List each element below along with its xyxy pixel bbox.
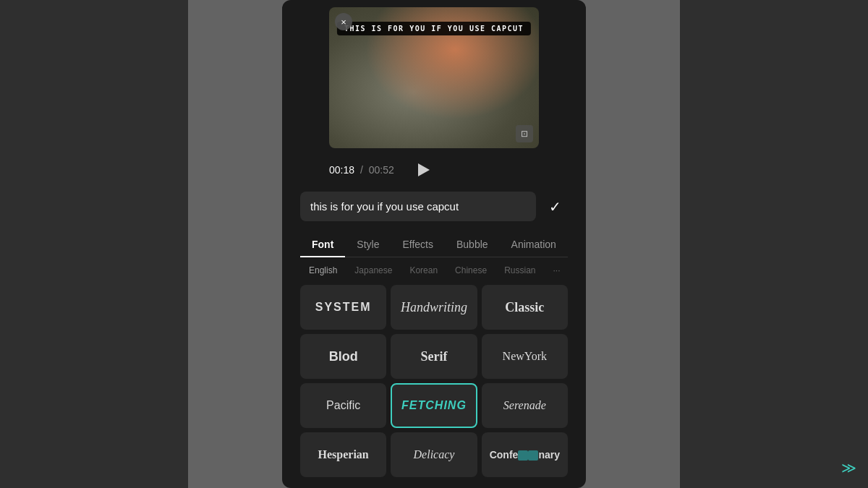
font-cell-serenade[interactable]: Serenade	[482, 383, 568, 428]
font-label-handwriting: Handwriting	[401, 300, 467, 315]
font-cell-handwriting[interactable]: Handwriting	[391, 285, 477, 330]
font-label-newyork: NewYork	[503, 350, 548, 363]
font-cell-confectionery[interactable]: Confenary	[482, 432, 568, 477]
lang-tab-korean[interactable]: Korean	[401, 262, 446, 279]
capcut-watermark: ≫	[841, 459, 856, 476]
font-cell-blod[interactable]: Blod	[300, 334, 386, 379]
font-label-confectionery: Confenary	[490, 449, 560, 461]
text-input-row: ✓	[300, 192, 568, 221]
font-label-classic: Classic	[505, 300, 544, 315]
video-text-overlay: THIS IS FOR YOU IF YOU USE CAPCUT	[337, 22, 531, 35]
font-cell-fetching[interactable]: FETCHING	[391, 383, 477, 428]
font-cell-delicacy[interactable]: Delicacy	[391, 432, 477, 477]
play-icon	[418, 163, 430, 176]
font-cell-classic[interactable]: Classic	[482, 285, 568, 330]
font-label-serenade: Serenade	[503, 399, 546, 412]
lang-tab-more[interactable]: ···	[545, 262, 569, 279]
timestamp: 00:18 / 00:52	[329, 164, 394, 176]
lang-tab-japanese[interactable]: Japanese	[346, 262, 401, 279]
tab-effects[interactable]: Effects	[391, 233, 445, 257]
font-grid: SYSTEM Handwriting Classic Blod Serif Ne…	[300, 285, 568, 483]
font-cell-hesperian[interactable]: Hesperian	[300, 432, 386, 477]
font-label-delicacy: Delicacy	[414, 448, 455, 461]
font-label-fetching: FETCHING	[401, 399, 467, 412]
tab-style[interactable]: Style	[345, 233, 391, 257]
lang-tab-english[interactable]: English	[300, 262, 346, 279]
font-label-hesperian: Hesperian	[318, 448, 369, 461]
font-cell-pacific[interactable]: Pacific	[300, 383, 386, 428]
lang-tab-chinese[interactable]: Chinese	[446, 262, 495, 279]
current-time: 00:18	[329, 164, 354, 176]
tab-font[interactable]: Font	[300, 233, 345, 257]
main-panel: THIS IS FOR YOU IF YOU USE CAPCUT × ⊡ 00…	[282, 0, 586, 488]
close-button[interactable]: ×	[335, 13, 352, 30]
confirm-button[interactable]: ✓	[542, 194, 568, 220]
font-cell-system[interactable]: SYSTEM	[300, 285, 386, 330]
play-button[interactable]	[412, 158, 435, 181]
font-label-serif: Serif	[421, 349, 448, 364]
lang-tab-russian[interactable]: Russian	[495, 262, 544, 279]
tab-animation[interactable]: Animation	[500, 233, 568, 257]
tab-bubble[interactable]: Bubble	[445, 233, 500, 257]
font-label-blod: Blod	[329, 349, 358, 364]
playback-controls: 00:18 / 00:52	[329, 158, 539, 181]
font-tabs: Font Style Effects Bubble Animation	[300, 233, 568, 257]
font-label-pacific: Pacific	[326, 399, 360, 412]
expand-button[interactable]: ⊡	[516, 125, 533, 142]
language-tabs: English Japanese Korean Chinese Russian …	[300, 262, 568, 279]
font-label-system: SYSTEM	[315, 301, 372, 314]
font-cell-newyork[interactable]: NewYork	[482, 334, 568, 379]
total-time: 00:52	[369, 164, 394, 176]
app-background: THIS IS FOR YOU IF YOU USE CAPCUT × ⊡ 00…	[0, 0, 868, 488]
time-separator: /	[360, 164, 363, 176]
video-preview: THIS IS FOR YOU IF YOU USE CAPCUT × ⊡	[329, 7, 539, 148]
font-cell-serif[interactable]: Serif	[391, 334, 477, 379]
caption-input[interactable]	[300, 192, 536, 221]
